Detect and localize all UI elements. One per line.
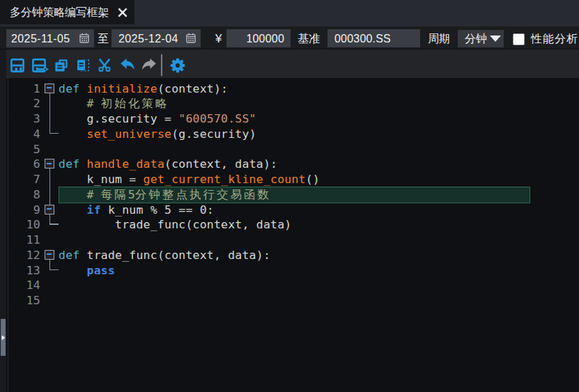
undo-icon[interactable]	[120, 58, 135, 73]
code-editor[interactable]: 1def initialize(context):2 # 初始化策略3 g.se…	[0, 78, 579, 392]
tab-title: 多分钟策略编写框架	[10, 0, 109, 24]
backtest-settings-toolbar: 2025-11-05 至 2025-12-04	[0, 26, 579, 49]
start-date-input[interactable]: 2025-11-05	[6, 29, 94, 47]
code-line: 9 if k_num % 5 == 0:	[0, 203, 579, 218]
editor-lines: 1def initialize(context):2 # 初始化策略3 g.se…	[0, 81, 579, 308]
strategy-editor-window: 多分钟策略编写框架 2025-11-05	[0, 0, 579, 392]
save-icon[interactable]	[10, 58, 24, 72]
fold-line	[49, 111, 51, 127]
code-line: 3 g.security = "600570.SS"	[0, 111, 579, 127]
end-date-value: 2025-12-04	[118, 29, 178, 47]
end-date-input[interactable]: 2025-12-04	[111, 29, 201, 47]
panel-expand-handle[interactable]	[1, 319, 6, 356]
code-line: 1def initialize(context):	[0, 81, 579, 97]
save-as-icon[interactable]	[32, 58, 50, 72]
chevron-down-icon	[490, 36, 501, 42]
edit-toolbar	[6, 49, 579, 78]
code-line: 6def handle_data(context, data):	[0, 157, 579, 172]
code-text: if k_num % 5 == 0:	[59, 203, 214, 218]
fold-collapse-icon[interactable]	[45, 84, 54, 93]
fold-line-end	[49, 269, 59, 271]
fold-line	[49, 96, 51, 111]
code-line: 7 k_num = get_current_kline_count()	[0, 172, 579, 187]
period-value: 分钟	[465, 30, 487, 47]
fold-collapse-icon[interactable]	[45, 250, 54, 260]
paste-icon[interactable]	[76, 58, 90, 72]
code-line: 4 set_universe(g.security)	[0, 127, 579, 142]
code-text: def handle_data(context, data):	[59, 157, 277, 172]
chevron-right-icon	[1, 335, 6, 340]
code-text: g.security = "600570.SS"	[59, 111, 256, 127]
fold-collapse-icon[interactable]	[45, 205, 54, 214]
code-text: def trade_func(context, data):	[59, 248, 270, 263]
benchmark-value: 000300.SS	[334, 29, 391, 47]
start-date-value: 2025-11-05	[11, 29, 70, 47]
benchmark-input[interactable]: 000300.SS	[327, 29, 420, 47]
fold-line-end	[49, 133, 59, 134]
benchmark-label: 基准	[298, 29, 320, 47]
fold-collapse-icon[interactable]	[45, 159, 54, 168]
code-line: 8 # 每隔5分钟整点执行交易函数	[0, 187, 579, 203]
code-text: # 初始化策略	[59, 96, 169, 111]
performance-label: 性能分析	[531, 29, 578, 47]
splitter-dotted-line[interactable]	[8, 78, 8, 392]
toolbar-separator	[161, 54, 162, 76]
tab-strategy[interactable]: 多分钟策略编写框架	[0, 0, 134, 24]
period-dropdown[interactable]: 分钟	[458, 30, 504, 47]
code-line: 12def trade_func(context, data):	[0, 248, 579, 263]
code-line: 10 trade_func(context, data)	[0, 217, 579, 233]
code-line: 15	[0, 293, 579, 308]
initial-cash-value: 100000	[246, 29, 284, 47]
to-label: 至	[98, 29, 109, 47]
initial-cash-input[interactable]: 100000	[226, 29, 291, 47]
code-line: 13 pass	[0, 263, 579, 279]
code-line: 2 # 初始化策略	[0, 96, 579, 111]
currency-symbol: ¥	[215, 29, 222, 47]
code-text: trade_func(context, data)	[59, 217, 291, 233]
cut-icon[interactable]	[98, 58, 111, 72]
calendar-icon[interactable]	[79, 33, 89, 43]
fold-line-end	[49, 224, 59, 225]
code-text: def initialize(context):	[59, 81, 228, 97]
collapsed-panel-rail	[0, 49, 6, 392]
period-label: 周期	[428, 29, 450, 47]
fold-line	[49, 187, 51, 203]
code-text: pass	[59, 263, 115, 279]
redo-icon	[141, 58, 157, 73]
code-line: 11	[0, 233, 579, 248]
gear-icon[interactable]	[170, 58, 185, 73]
performance-checkbox[interactable]	[513, 33, 525, 45]
code-line: 5	[0, 142, 579, 157]
calendar-icon[interactable]	[186, 33, 196, 43]
code-line: 14	[0, 278, 579, 293]
code-text: set_universe(g.security)	[59, 127, 256, 142]
copy-icon[interactable]	[54, 58, 68, 72]
close-icon[interactable]	[118, 8, 128, 17]
tab-bar: 多分钟策略编写框架	[0, 0, 579, 26]
fold-line	[49, 172, 51, 187]
code-text: # 每隔5分钟整点执行交易函数	[59, 187, 271, 203]
code-text: k_num = get_current_kline_count()	[59, 172, 320, 187]
